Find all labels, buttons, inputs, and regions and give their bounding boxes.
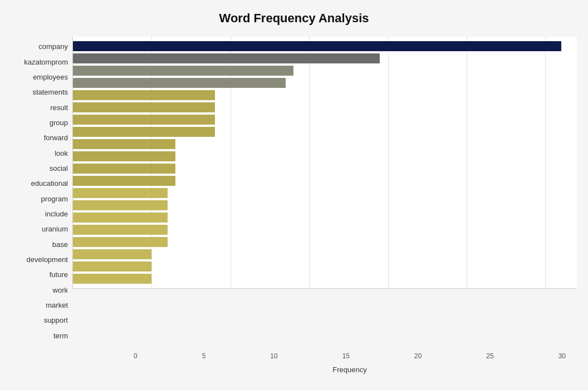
bar	[73, 102, 215, 112]
y-label: educational	[11, 180, 68, 187]
bar-row	[73, 40, 577, 52]
bar-row	[73, 260, 577, 273]
bar-row	[73, 52, 577, 65]
plot-area	[72, 37, 577, 289]
bar-row	[73, 248, 577, 260]
bar	[73, 176, 175, 186]
y-label: work	[11, 287, 68, 294]
x-tick: 15	[342, 352, 350, 360]
bar	[73, 225, 168, 235]
x-axis-label: Frequency	[134, 366, 566, 374]
y-label: support	[11, 317, 68, 324]
bar	[73, 53, 380, 63]
y-label: group	[11, 119, 68, 126]
bar	[73, 115, 215, 125]
bar-row	[73, 150, 577, 162]
bar-row	[73, 113, 577, 126]
bar	[73, 151, 175, 161]
y-label: social	[11, 165, 68, 172]
bar-row	[73, 89, 577, 101]
bar-row	[73, 273, 577, 285]
bar	[73, 261, 151, 271]
chart-title: Word Frequency Analysis	[11, 11, 577, 26]
bar-row	[73, 126, 577, 138]
y-axis-labels: companykazatompromemployeesstatementsres…	[11, 37, 72, 343]
y-label: future	[11, 271, 68, 278]
bar	[73, 66, 293, 76]
x-axis: 051015202530	[134, 352, 566, 360]
bar	[73, 41, 561, 51]
bar-row	[73, 224, 577, 236]
y-label: look	[11, 150, 68, 157]
y-label: program	[11, 195, 68, 203]
y-label: statements	[11, 88, 68, 96]
y-label: result	[11, 104, 68, 111]
bar-row	[73, 199, 577, 211]
y-label: company	[11, 43, 68, 50]
bar	[73, 188, 168, 198]
bar	[73, 213, 168, 223]
x-tick: 10	[270, 352, 277, 360]
bar-row	[73, 175, 577, 187]
chart-area: companykazatompromemployeesstatementsres…	[11, 37, 577, 343]
bar	[73, 164, 175, 174]
x-tick: 20	[414, 352, 422, 360]
x-tick: 30	[558, 352, 566, 360]
x-tick: 5	[202, 352, 206, 360]
bar-row	[73, 77, 577, 89]
bar	[73, 78, 286, 88]
bar	[73, 249, 151, 259]
bar-row	[73, 65, 577, 77]
bar-row	[73, 138, 577, 150]
bar	[73, 139, 175, 149]
y-label: base	[11, 241, 68, 248]
x-tick: 25	[486, 352, 493, 360]
y-label: uranium	[11, 225, 68, 233]
y-label: include	[11, 210, 68, 218]
bar-row	[73, 236, 577, 248]
y-label: market	[11, 302, 68, 309]
y-label: development	[11, 256, 68, 263]
bar-row	[73, 211, 577, 224]
bars-container	[73, 37, 577, 288]
chart-container: Word Frequency Analysis companykazatompr…	[0, 0, 588, 390]
y-label: term	[11, 332, 68, 339]
bar-row	[73, 187, 577, 199]
bar-row	[73, 162, 577, 175]
y-label: forward	[11, 134, 68, 141]
bar-row	[73, 101, 577, 113]
bar	[73, 274, 151, 284]
bar	[73, 90, 215, 100]
bar	[73, 127, 215, 137]
x-tick: 0	[134, 352, 138, 360]
y-label: kazatomprom	[11, 58, 68, 66]
y-label: employees	[11, 73, 68, 81]
bar	[73, 200, 168, 210]
bar	[73, 237, 168, 247]
